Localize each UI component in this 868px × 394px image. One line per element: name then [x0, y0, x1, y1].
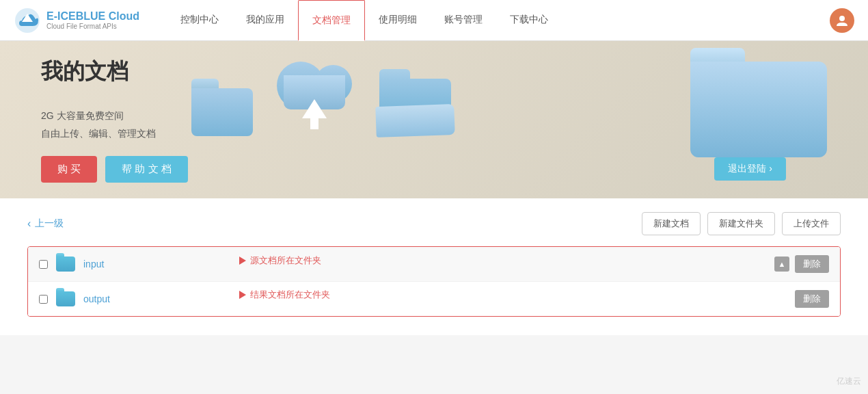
- buy-button[interactable]: 购 买: [41, 156, 97, 183]
- banner-desc-line2: 自由上传、编辑、管理文档: [41, 125, 188, 142]
- logout-button[interactable]: 退出登陆 ›: [714, 157, 786, 181]
- back-button[interactable]: ‹ 上一级: [27, 218, 64, 230]
- nav-item-apps[interactable]: 我的应用: [232, 0, 298, 41]
- nav-item-account[interactable]: 账号管理: [431, 0, 496, 41]
- banner-cloud-upload-icon: [273, 55, 355, 129]
- banner-right: 退出登陆 ›: [690, 62, 827, 161]
- logo-sub-text: Cloud File Format APIs: [46, 23, 139, 31]
- delete-button-output[interactable]: 删除: [795, 290, 829, 308]
- logo-text-area: E-ICEBLUE Cloud Cloud File Format APIs: [46, 10, 139, 31]
- folder-icon-output: [56, 291, 75, 306]
- logo-icon: [14, 7, 41, 34]
- file-checkbox-input[interactable]: [39, 260, 48, 269]
- banner-left: 我的文档 2G 大容量免费空间 自由上传、编辑、管理文档 购 买 帮 助 文 档: [41, 57, 188, 182]
- nav-item-usage[interactable]: 使用明细: [365, 0, 431, 41]
- banner-desc: 2G 大容量免费空间 自由上传、编辑、管理文档: [41, 107, 188, 142]
- delete-button-input[interactable]: 删除: [795, 255, 829, 273]
- logo-main-text: E-ICEBLUE Cloud: [46, 10, 139, 23]
- upload-file-button[interactable]: 上传文件: [782, 212, 841, 235]
- toolbar: ‹ 上一级 新建文档 新建文件夹 上传文件: [27, 212, 841, 235]
- nav-item-download[interactable]: 下载中心: [496, 0, 562, 41]
- svg-point-2: [839, 16, 845, 21]
- file-checkbox-output[interactable]: [39, 295, 48, 304]
- back-chevron-icon: ‹: [27, 218, 31, 230]
- back-label: 上一级: [35, 218, 64, 230]
- file-row-output: output 删除: [28, 282, 840, 316]
- banner-folder1-icon: [191, 88, 253, 136]
- avatar-icon: [835, 14, 849, 27]
- banner-big-folder-icon: [690, 62, 827, 161]
- banner-desc-line1: 2G 大容量免费空间: [41, 107, 188, 124]
- file-name-output[interactable]: output: [83, 293, 795, 304]
- toolbar-actions: 新建文档 新建文件夹 上传文件: [642, 212, 841, 235]
- banner-folder-open-icon: [376, 75, 458, 136]
- file-list: input ▲ 删除 output 删除: [27, 246, 841, 317]
- logo-area: E-ICEBLUE Cloud Cloud File Format APIs: [14, 7, 139, 34]
- file-row-input: input ▲ 删除: [28, 247, 840, 282]
- user-avatar[interactable]: [830, 8, 854, 33]
- file-name-input[interactable]: input: [83, 259, 774, 270]
- folder-icon-input: [56, 257, 75, 272]
- banner-title: 我的文档: [41, 57, 188, 87]
- new-folder-button[interactable]: 新建文件夹: [707, 212, 775, 235]
- banner-buttons: 购 买 帮 助 文 档: [41, 156, 188, 183]
- sort-up-button-input[interactable]: ▲: [774, 257, 789, 272]
- nav-item-control[interactable]: 控制中心: [167, 0, 232, 41]
- file-actions-output: 删除: [795, 290, 829, 308]
- help-button[interactable]: 帮 助 文 档: [105, 156, 188, 183]
- banner-icons: [191, 62, 458, 136]
- nav-item-docs[interactable]: 文档管理: [298, 0, 365, 41]
- file-actions-input: ▲ 删除: [774, 255, 829, 273]
- header: E-ICEBLUE Cloud Cloud File Format APIs 控…: [0, 0, 868, 41]
- main-content: ‹ 上一级 新建文档 新建文件夹 上传文件 源文档所在文件夹 结果文档所在文件夹…: [0, 198, 868, 335]
- annotation-area: 源文档所在文件夹 结果文档所在文件夹 input ▲ 删除 o: [27, 246, 841, 317]
- header-right: [830, 8, 854, 33]
- main-nav: 控制中心 我的应用 文档管理 使用明细 账号管理 下载中心: [167, 0, 830, 40]
- new-doc-button[interactable]: 新建文档: [642, 212, 701, 235]
- banner-section: 我的文档 2G 大容量免费空间 自由上传、编辑、管理文档 购 买 帮 助 文 档: [0, 41, 868, 198]
